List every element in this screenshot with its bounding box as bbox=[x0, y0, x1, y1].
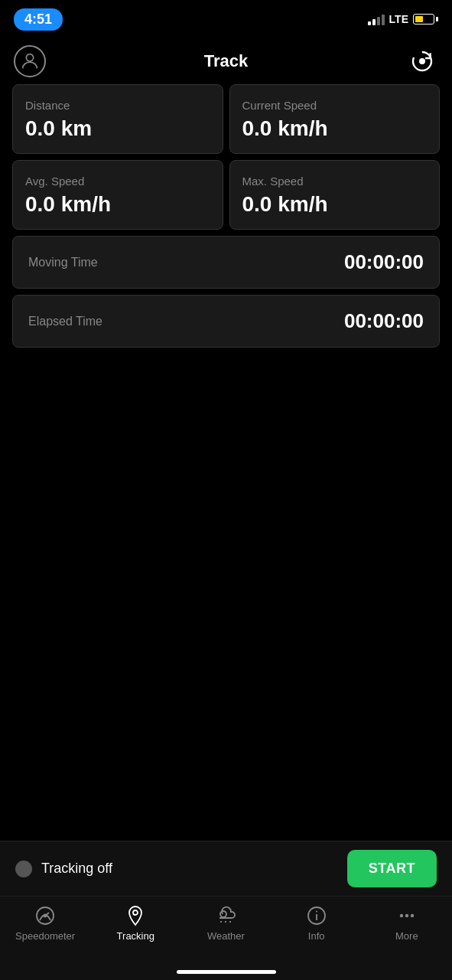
svg-point-5 bbox=[44, 915, 47, 917]
distance-label: Distance bbox=[25, 99, 210, 112]
tab-speedometer[interactable]: Speedometer bbox=[7, 904, 83, 942]
tab-more[interactable]: More bbox=[369, 904, 445, 942]
tab-tracking[interactable]: Tracking bbox=[97, 904, 174, 942]
lte-label: LTE bbox=[389, 13, 408, 25]
status-bar: 4:51 LTE bbox=[0, 0, 452, 38]
moving-time-row: Moving Time 00:00:00 bbox=[12, 236, 440, 289]
current-speed-value: 0.0 km/h bbox=[242, 116, 428, 141]
svg-point-11 bbox=[400, 914, 403, 917]
tracking-dot bbox=[15, 861, 32, 877]
svg-point-13 bbox=[411, 914, 414, 917]
max-speed-card: Max. Speed 0.0 km/h bbox=[229, 160, 441, 230]
svg-point-2 bbox=[419, 58, 425, 64]
tab-speedometer-label: Speedometer bbox=[15, 930, 75, 942]
avg-speed-card: Avg. Speed 0.0 km/h bbox=[12, 160, 223, 230]
current-speed-card: Current Speed 0.0 km/h bbox=[229, 84, 441, 154]
battery-icon bbox=[413, 14, 438, 24]
refresh-icon bbox=[410, 49, 434, 74]
distance-value: 0.0 km bbox=[25, 116, 210, 141]
tab-tracking-label: Tracking bbox=[117, 930, 154, 942]
tab-weather-label: Weather bbox=[207, 930, 245, 942]
home-indicator bbox=[177, 970, 276, 974]
tab-more-label: More bbox=[395, 930, 418, 942]
moving-time-label: Moving Time bbox=[28, 256, 98, 270]
distance-card: Distance 0.0 km bbox=[12, 84, 223, 154]
stats-grid-top: Distance 0.0 km Current Speed 0.0 km/h A… bbox=[12, 84, 440, 230]
stats-rows: Moving Time 00:00:00 Elapsed Time 00:00:… bbox=[12, 236, 440, 348]
weather-icon bbox=[214, 904, 237, 927]
status-right: LTE bbox=[368, 13, 438, 25]
signal-icon bbox=[368, 13, 385, 25]
main-content: Distance 0.0 km Current Speed 0.0 km/h A… bbox=[0, 84, 452, 348]
page-title: Track bbox=[204, 51, 249, 71]
svg-point-6 bbox=[133, 910, 138, 915]
info-icon bbox=[305, 904, 328, 927]
max-speed-value: 0.0 km/h bbox=[242, 192, 428, 217]
tab-info[interactable]: Info bbox=[278, 904, 355, 942]
avg-speed-label: Avg. Speed bbox=[25, 175, 210, 188]
tracking-status: Tracking off bbox=[15, 861, 112, 877]
refresh-button[interactable] bbox=[406, 45, 438, 77]
svg-point-12 bbox=[405, 914, 408, 917]
status-time: 4:51 bbox=[14, 8, 63, 31]
tab-weather[interactable]: Weather bbox=[187, 904, 264, 942]
tab-info-label: Info bbox=[308, 930, 325, 942]
start-button[interactable]: START bbox=[347, 850, 437, 887]
tracking-tab-icon bbox=[124, 904, 147, 927]
more-icon bbox=[395, 904, 418, 927]
elapsed-time-row: Elapsed Time 00:00:00 bbox=[12, 295, 440, 348]
tracking-bar: Tracking off START bbox=[0, 841, 452, 896]
elapsed-time-label: Elapsed Time bbox=[28, 315, 102, 328]
max-speed-label: Max. Speed bbox=[242, 175, 428, 188]
moving-time-value: 00:00:00 bbox=[344, 250, 424, 274]
header: Track bbox=[0, 38, 452, 84]
tab-bar: Speedometer Tracking Weather bbox=[0, 896, 452, 980]
person-icon bbox=[19, 51, 41, 72]
svg-point-0 bbox=[26, 54, 33, 61]
tracking-status-label: Tracking off bbox=[41, 861, 112, 877]
avatar-button[interactable] bbox=[14, 45, 46, 77]
avg-speed-value: 0.0 km/h bbox=[25, 192, 210, 217]
speedometer-icon bbox=[34, 904, 57, 927]
svg-point-10 bbox=[316, 911, 317, 913]
current-speed-label: Current Speed bbox=[242, 99, 428, 112]
elapsed-time-value: 00:00:00 bbox=[344, 309, 424, 333]
